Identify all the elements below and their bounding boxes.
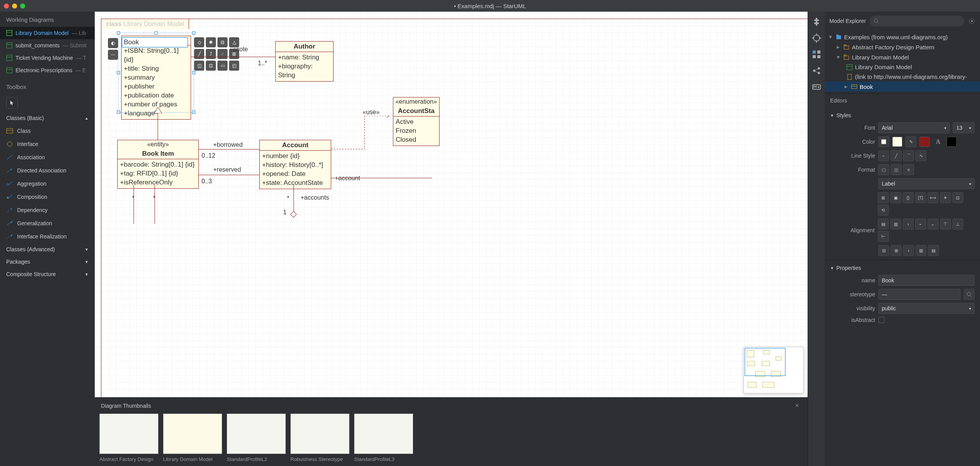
quick-delete[interactable]: ⊟ <box>217 37 228 47</box>
quick-visibility[interactable]: ◐ <box>108 38 118 48</box>
quick-op2[interactable]: ◫ <box>194 61 204 71</box>
thumbnail-item[interactable]: Abstract Factory Design <box>99 414 158 462</box>
linestyle-oblique[interactable]: ╱ <box>891 150 902 161</box>
canvas[interactable]: class Library Domain Model +ISBN: String… <box>95 12 808 397</box>
model-search[interactable] <box>870 16 964 26</box>
format-select[interactable]: Label▾ <box>878 178 975 189</box>
assoc-reserved[interactable] <box>199 175 259 175</box>
thumbnail-item[interactable]: StandardProfileL3 <box>354 414 413 462</box>
tree-item[interactable]: (link to http://www.uml-diagrams.org/lib… <box>825 72 980 82</box>
tool-composition[interactable]: Composition <box>0 190 95 203</box>
dep-account-state[interactable] <box>331 116 393 151</box>
fmt-h[interactable]: ⟲ <box>878 205 889 216</box>
quick-more[interactable]: ⋯ <box>108 50 118 60</box>
tool-directed-association[interactable]: Directed Association <box>0 164 95 177</box>
tool-interface-realization[interactable]: Interface Realization <box>0 230 95 243</box>
assoc-down1[interactable] <box>134 185 134 224</box>
align-8[interactable]: ⊢ <box>878 231 889 242</box>
tool-association[interactable]: Association <box>0 151 95 164</box>
thumbnail-item[interactable]: Robustness Stereotype <box>290 414 349 462</box>
align-5[interactable]: ⫠ <box>928 219 938 230</box>
quick-assoc[interactable]: ╱ <box>194 49 204 59</box>
text-color-picker[interactable]: A <box>933 136 944 147</box>
linestyle-rounded[interactable]: ⌒ <box>903 150 914 161</box>
align-b5[interactable]: ▤ <box>928 245 939 256</box>
class-name-input[interactable] <box>122 37 188 47</box>
extensions-icon[interactable] <box>812 17 821 26</box>
format-1[interactable]: ▢ <box>878 164 889 175</box>
minimap[interactable] <box>744 347 804 393</box>
collapse-icon[interactable]: ▾ <box>836 54 841 61</box>
class-bookitem[interactable]: «entity» Book Item +barcode: String[0..1… <box>117 140 199 189</box>
gear-icon[interactable] <box>968 17 975 24</box>
prop-abstract-checkbox[interactable] <box>878 317 884 323</box>
tool-generalization[interactable]: Generalization <box>0 217 95 230</box>
pointer-tool[interactable] <box>6 97 18 109</box>
tool-class[interactable]: Class <box>0 124 95 137</box>
align-3[interactable]: ⫞ <box>903 219 914 230</box>
fmt-b[interactable]: ▣ <box>890 192 901 203</box>
thumbnail-item[interactable]: StandardProfileL2 <box>227 414 286 462</box>
assoc-account-right[interactable] <box>331 178 432 178</box>
quick-real[interactable]: ⟋ <box>217 49 228 59</box>
tree-item[interactable]: Library Domain Model <box>825 62 980 72</box>
fmt-c[interactable]: {} <box>903 192 914 203</box>
fmt-f[interactable]: ✶ <box>940 192 951 203</box>
align-6[interactable]: ⊤ <box>940 219 951 230</box>
linestyle-rect[interactable]: ⌐ <box>878 150 889 161</box>
format-3[interactable]: ≡ <box>903 164 914 175</box>
line-picker[interactable]: ✎ <box>905 136 916 147</box>
font-select[interactable]: Arial▾ <box>878 122 950 133</box>
align-b3[interactable]: ⫞ <box>903 245 914 256</box>
styles-title[interactable]: ▼Styles <box>830 110 975 121</box>
gen-bookitem-book[interactable] <box>158 113 158 140</box>
toolbox-section-composite[interactable]: Composite Structure▼ <box>0 268 95 280</box>
tree-item[interactable]: ▸ Abstract Factory Design Pattern <box>825 42 980 52</box>
toolbox-section-classes-advanced[interactable]: Classes (Advanced)▼ <box>0 243 95 256</box>
align-b4[interactable]: ▥ <box>916 245 926 256</box>
grid-icon[interactable] <box>812 50 821 59</box>
align-4[interactable]: ⫟ <box>915 219 926 230</box>
tool-dependency[interactable]: Dependency <box>0 203 95 217</box>
enum-accountstate[interactable]: «enumeration» AccountSta Active Frozen C… <box>393 97 440 146</box>
quick-settings[interactable]: ✱ <box>206 37 216 47</box>
properties-title[interactable]: ▼Properties <box>830 263 975 273</box>
format-2[interactable]: ◫ <box>891 164 902 175</box>
working-diagram-item[interactable]: Ticket Vending Machine — T <box>0 52 95 64</box>
zoom-dot[interactable] <box>20 3 25 9</box>
fmt-d[interactable]: [T] <box>915 192 926 203</box>
prop-name-input[interactable]: Book <box>878 275 975 286</box>
font-size-select[interactable]: 13▾ <box>953 122 975 133</box>
align-b1[interactable]: ⊟ <box>878 245 889 256</box>
prop-stereo-search[interactable] <box>964 289 975 300</box>
collapse-icon[interactable]: ▾ <box>828 33 833 40</box>
quick-op4[interactable]: ▭ <box>217 61 228 71</box>
prop-visibility-select[interactable]: public▾ <box>878 303 975 314</box>
close-thumbnails-button[interactable]: × <box>792 402 801 410</box>
tree-root[interactable]: ▾ Examples (from www.uml-diagrams.org) <box>825 32 980 42</box>
working-diagram-item[interactable]: Library Domain Model — Lib <box>0 27 95 39</box>
close-dot[interactable] <box>4 3 9 9</box>
quick-op5[interactable]: ◰ <box>229 61 239 71</box>
align-7[interactable]: ⊥ <box>952 219 963 230</box>
share-icon[interactable] <box>812 66 821 75</box>
line-swatch[interactable] <box>919 137 930 147</box>
working-diagram-item[interactable]: Electronic Prescriptions — E <box>0 64 95 77</box>
fmt-a[interactable]: ⊞ <box>878 192 889 203</box>
class-account[interactable]: Account +number {id} +history: History[0… <box>259 140 331 189</box>
toolbox-section-packages[interactable]: Packages▼ <box>0 256 95 268</box>
align-2[interactable]: ▥ <box>890 219 901 230</box>
align-1[interactable]: ▤ <box>878 219 889 230</box>
toolbox-section-classes-basic[interactable]: Classes (Basic) ▲ <box>0 112 95 124</box>
assoc-down3[interactable] <box>294 185 294 212</box>
minimap-viewport[interactable] <box>745 348 785 376</box>
quick-op3[interactable]: ⊡ <box>206 61 216 71</box>
assoc-down2[interactable] <box>155 185 155 224</box>
tree-item[interactable]: ▾ Library Domain Model <box>825 52 980 62</box>
fmt-g[interactable]: ⊡ <box>952 192 963 203</box>
quick-dep[interactable]: ⤴ <box>206 49 216 59</box>
fmt-e[interactable]: ⟷ <box>928 192 938 203</box>
prop-stereo-input[interactable]: — <box>878 289 961 300</box>
text-swatch[interactable] <box>947 137 957 147</box>
assoc-borrowed[interactable] <box>199 149 259 150</box>
